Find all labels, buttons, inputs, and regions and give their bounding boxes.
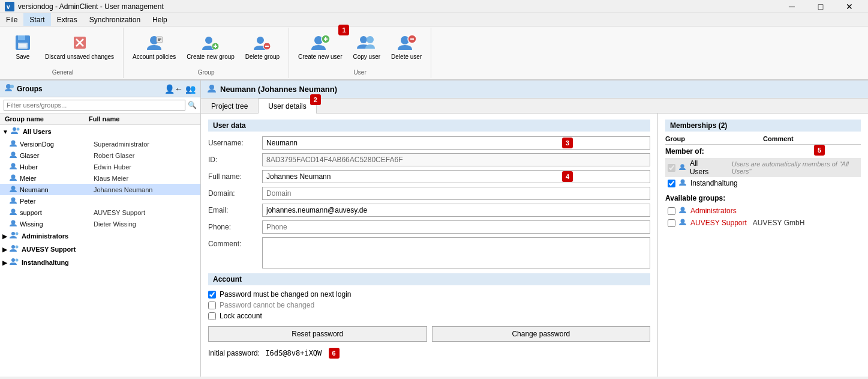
col-group: Group — [665, 135, 763, 142]
lock-account-checkbox[interactable] — [208, 312, 216, 320]
callout-5: 5 — [814, 145, 825, 156]
instandhaltung-label: Instandhaltung — [22, 259, 69, 266]
user-peter[interactable]: Peter — [0, 195, 200, 207]
username-input[interactable] — [262, 136, 650, 150]
svg-point-37 — [11, 186, 16, 190]
user-icon-versiondog — [10, 139, 17, 148]
user-icon-support — [10, 208, 17, 217]
create-group-label: Create new group — [187, 53, 235, 61]
user-details-main: User data Username: 3 ID: Full name: 4 — [201, 114, 658, 377]
fullname-support: AUVESY Support — [94, 209, 198, 216]
fullname-input[interactable] — [262, 170, 650, 183]
minimize-button[interactable]: ─ — [778, 0, 806, 13]
avail-administrators-checkbox[interactable] — [668, 207, 675, 215]
pw-cannot-change-label: Password cannot be changed — [220, 301, 314, 309]
add-user-icon[interactable]: 👤← — [164, 84, 183, 94]
svg-text:v: v — [7, 4, 10, 10]
tab-project-tree[interactable]: Project tree — [201, 99, 258, 114]
fullname-neumann: Johannes Neumann — [94, 186, 198, 193]
callout-4: 4 — [562, 171, 573, 182]
domain-row: Domain: — [208, 187, 650, 200]
group-instandhaltung[interactable]: ▶ Instandhaltung — [0, 256, 200, 269]
svg-point-13 — [205, 37, 212, 44]
create-new-group-button[interactable]: Create new group — [182, 30, 239, 64]
user-glaser[interactable]: Glaser Robert Glaser — [0, 150, 200, 161]
account-section-header: Account — [208, 273, 650, 285]
group-all-users[interactable]: ▼ All Users — [0, 125, 200, 138]
discard-icon — [70, 33, 89, 52]
copy-user-button[interactable]: Copy user — [349, 30, 385, 64]
id-label: ID: — [208, 156, 262, 164]
create-user-label: Create new user — [298, 53, 342, 61]
user-icon-glaser — [10, 151, 17, 160]
group-icon — [11, 126, 20, 137]
username-label: Username: — [208, 139, 262, 147]
filter-input[interactable] — [4, 100, 185, 111]
svg-point-17 — [257, 37, 264, 44]
user-support[interactable]: support AUVESY Support — [0, 207, 200, 218]
user-wissing[interactable]: Wissing Dieter Wissing — [0, 218, 200, 229]
group-auvesy-support[interactable]: ▶ AUVESY Support — [0, 243, 200, 256]
save-label: Save — [16, 53, 30, 61]
menu-extras[interactable]: Extras — [51, 13, 83, 26]
panel-header-icons: 👤← 👥 — [164, 84, 196, 94]
avail-auvesy-support: AUVESY Support AUVESY GmbH — [665, 217, 861, 229]
menu-help[interactable]: Help — [146, 13, 173, 26]
comment-textarea[interactable] — [262, 237, 650, 268]
ribbon-group-general-items: Save Discard unsaved changes — [7, 30, 118, 68]
user-meier[interactable]: Meier Klaus Meier — [0, 172, 200, 184]
avail-administrators-name: Administrators — [690, 207, 737, 215]
delete-group-label: Delete group — [245, 53, 280, 61]
account-policies-icon — [145, 33, 164, 52]
pw-must-change-checkbox[interactable] — [208, 291, 216, 299]
manage-users-icon[interactable]: 👥 — [185, 84, 196, 94]
group-administrators[interactable]: ▶ Administrators — [0, 229, 200, 243]
svg-point-34 — [11, 152, 16, 156]
name-versiondog: VersionDog — [20, 141, 54, 148]
tab-user-details[interactable]: User details 2 — [258, 99, 316, 114]
svg-point-32 — [16, 128, 19, 131]
discard-button[interactable]: Discard unsaved changes — [41, 30, 118, 64]
pw-cannot-change-checkbox[interactable] — [208, 302, 216, 309]
domain-input[interactable] — [262, 187, 650, 200]
member-all-users-icon — [679, 163, 686, 172]
menu-file[interactable]: File — [0, 13, 23, 26]
delete-user-button[interactable]: Delete user — [387, 30, 426, 64]
user-huber[interactable]: Huber Edwin Huber — [0, 161, 200, 172]
member-all-users-note: Users are automatically members of "All … — [732, 160, 858, 175]
lock-account-label: Lock account — [220, 312, 262, 320]
name-glaser: Glaser — [20, 152, 39, 159]
fullname-meier: Klaus Meier — [94, 175, 198, 182]
copy-user-icon — [357, 33, 376, 52]
create-new-user-button[interactable]: Create new user 1 — [294, 30, 346, 64]
reset-password-button[interactable]: Reset password — [208, 326, 427, 342]
expand-icon-auvesy: ▶ — [2, 246, 7, 253]
maximize-button[interactable]: □ — [807, 0, 834, 13]
expand-icon-admin: ▶ — [2, 233, 7, 240]
change-password-button[interactable]: Change password — [432, 326, 651, 342]
account-policies-button[interactable]: Account policies — [128, 30, 180, 64]
member-all-users-checkbox — [668, 164, 675, 172]
member-instandhaltung-checkbox[interactable] — [668, 180, 675, 187]
tabs: Project tree User details 2 — [201, 99, 868, 114]
svg-rect-10 — [157, 37, 163, 43]
user-neumann[interactable]: Neumann Johannes Neumann — [0, 184, 200, 195]
delete-group-button[interactable]: Delete group — [241, 30, 284, 64]
user-versiondog[interactable]: VersionDog Superadministrator — [0, 138, 200, 150]
svg-point-45 — [11, 258, 15, 262]
save-button[interactable]: Save — [7, 30, 38, 64]
email-input[interactable] — [262, 204, 650, 217]
password-button-row: Reset password Change password — [208, 326, 650, 342]
initial-pw-value: I6dS@8v8+iXQW — [265, 349, 322, 357]
phone-input[interactable] — [262, 220, 650, 234]
groups-title: Groups — [5, 83, 43, 94]
administrators-label: Administrators — [22, 232, 68, 240]
menu-start[interactable]: Start — [23, 13, 50, 26]
avail-auvesy-support-checkbox[interactable] — [668, 219, 675, 227]
copy-user-label: Copy user — [353, 53, 380, 61]
menu-synchronization[interactable]: Synchronization — [83, 13, 146, 26]
ribbon-group-group-items: Account policies Create new group Delete… — [128, 30, 284, 68]
name-peter: Peter — [20, 198, 35, 205]
close-button[interactable]: ✕ — [836, 0, 863, 13]
delete-user-icon — [397, 33, 416, 52]
